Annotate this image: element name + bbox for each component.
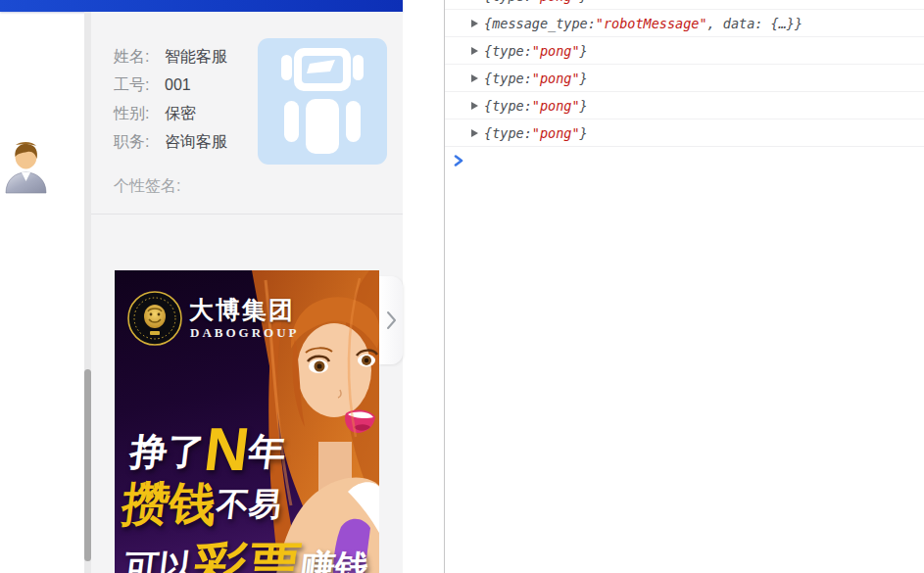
- console-object-text: }: [580, 43, 588, 59]
- console-string-value: "pong": [532, 125, 580, 141]
- console-prompt-icon: [453, 155, 464, 167]
- console-object-text: }: [580, 0, 588, 4]
- console-object-text: {type:: [484, 125, 532, 141]
- field-value: 智能客服: [165, 48, 227, 65]
- profile-field-position: 职务:咨询客服: [114, 127, 227, 156]
- customer-service-page: 姓名:智能客服 工号:001 性别:保密 职务:咨询客服: [0, 0, 444, 573]
- console-log-row[interactable]: {type: "pong"}: [445, 37, 924, 65]
- expand-triangle-icon[interactable]: [471, 102, 478, 110]
- signature-label: 个性签名:: [114, 176, 180, 197]
- profile-card: 姓名:智能客服 工号:001 性别:保密 职务:咨询客服: [91, 12, 403, 573]
- console-prompt-row[interactable]: [445, 147, 924, 174]
- profile-field-employee-id: 工号:001: [114, 71, 227, 99]
- profile-field-name: 姓名:智能客服: [114, 42, 227, 71]
- profile-field-gender: 性别:保密: [114, 99, 227, 127]
- console-string-value: "robotMessage": [596, 16, 707, 31]
- console-object-text: {type:: [484, 43, 532, 59]
- console-log-row[interactable]: {type: "pong"}: [445, 119, 924, 147]
- robot-avatar-icon: [258, 38, 387, 165]
- field-label: 性别:: [114, 99, 165, 127]
- console-log-row[interactable]: {message_type: "robotMessage", data: {…}…: [445, 10, 924, 37]
- field-label: 工号:: [114, 71, 165, 99]
- console-log-row[interactable]: {type: "pong"}: [445, 0, 924, 10]
- field-label: 姓名:: [114, 42, 165, 71]
- console-object-text: {message_type:: [484, 16, 596, 31]
- field-label: 职务:: [114, 127, 165, 156]
- console-object-text: }: [580, 98, 588, 114]
- console-string-value: "pong": [532, 98, 580, 114]
- user-avatar-icon[interactable]: [3, 142, 49, 194]
- ad-slogan-line3: 可以彩票赚钱: [122, 541, 373, 573]
- devtools-console-panel: {type: "pong"}{message_type: "robotMessa…: [444, 0, 924, 573]
- expand-triangle-icon[interactable]: [471, 74, 478, 82]
- scrollbar-thumb[interactable]: [84, 369, 91, 561]
- console-log-row[interactable]: {type: "pong"}: [445, 65, 924, 92]
- section-divider: [91, 214, 403, 215]
- console-object-text: , data: {…}}: [707, 16, 803, 31]
- field-value: 咨询客服: [165, 133, 227, 150]
- console-string-value: "pong": [532, 0, 580, 4]
- ad-brand-name: 大博集团: [189, 294, 295, 326]
- field-value: 保密: [165, 105, 196, 121]
- chevron-right-icon: [384, 310, 398, 331]
- expand-triangle-icon[interactable]: [471, 47, 478, 55]
- ad-brand-logo-icon: [126, 290, 183, 347]
- console-object-text: {type:: [484, 71, 532, 86]
- page-scrollbar[interactable]: [84, 12, 91, 573]
- console-object-text: }: [580, 71, 588, 86]
- field-value: 001: [165, 76, 191, 93]
- console-object-text: {type:: [484, 0, 532, 4]
- profile-fields: 姓名:智能客服 工号:001 性别:保密 职务:咨询客服: [114, 42, 227, 156]
- console-string-value: "pong": [532, 71, 580, 86]
- page-header-bar: [0, 0, 403, 12]
- console-object-text: {type:: [484, 98, 532, 114]
- console-object-text: }: [580, 125, 588, 141]
- console-log-list: {type: "pong"}{message_type: "robotMessa…: [445, 0, 924, 147]
- ad-slogan-line2: 攒钱不易: [120, 481, 284, 528]
- expand-triangle-icon[interactable]: [471, 20, 478, 27]
- console-log-row[interactable]: {type: "pong"}: [445, 92, 924, 119]
- ad-slogan-line1: 挣了N年: [126, 419, 289, 480]
- ad-banner[interactable]: 大博集团 DABOGROUP 挣了N年 攒钱不易 可以彩票赚钱: [115, 270, 379, 573]
- console-string-value: "pong": [532, 43, 580, 59]
- expand-triangle-icon[interactable]: [471, 129, 478, 137]
- carousel-next-button[interactable]: [379, 276, 403, 364]
- ad-brand-name-en: DABOGROUP: [190, 325, 300, 341]
